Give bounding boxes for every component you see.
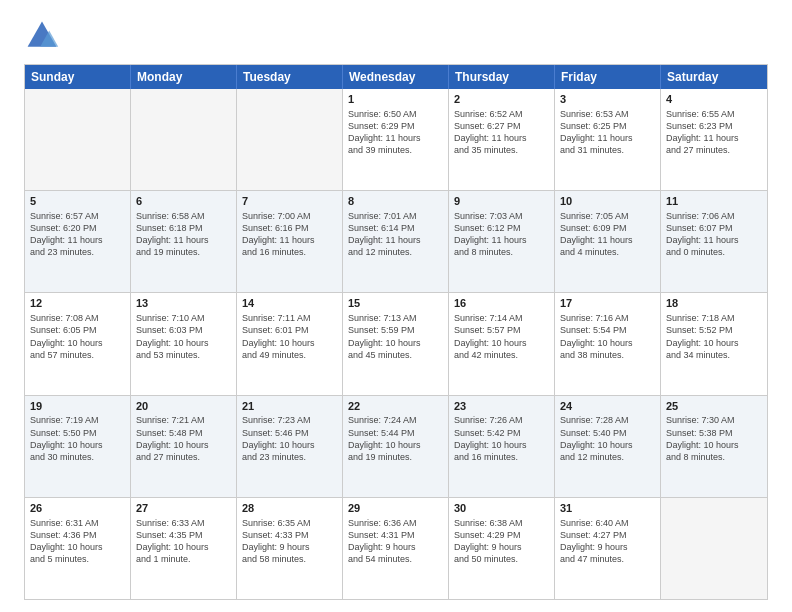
day-info: Sunrise: 6:31 AM Sunset: 4:36 PM Dayligh… xyxy=(30,517,125,566)
day-info: Sunrise: 7:28 AM Sunset: 5:40 PM Dayligh… xyxy=(560,414,655,463)
day-info: Sunrise: 7:00 AM Sunset: 6:16 PM Dayligh… xyxy=(242,210,337,259)
day-info: Sunrise: 7:18 AM Sunset: 5:52 PM Dayligh… xyxy=(666,312,762,361)
day-number: 5 xyxy=(30,194,125,209)
calendar-header: SundayMondayTuesdayWednesdayThursdayFrid… xyxy=(25,65,767,89)
day-info: Sunrise: 6:35 AM Sunset: 4:33 PM Dayligh… xyxy=(242,517,337,566)
day-info: Sunrise: 6:33 AM Sunset: 4:35 PM Dayligh… xyxy=(136,517,231,566)
calendar-cell-2-1: 13Sunrise: 7:10 AM Sunset: 6:03 PM Dayli… xyxy=(131,293,237,394)
calendar-cell-3-5: 24Sunrise: 7:28 AM Sunset: 5:40 PM Dayli… xyxy=(555,396,661,497)
header-day-friday: Friday xyxy=(555,65,661,89)
header-day-thursday: Thursday xyxy=(449,65,555,89)
day-number: 14 xyxy=(242,296,337,311)
day-number: 16 xyxy=(454,296,549,311)
calendar-cell-3-2: 21Sunrise: 7:23 AM Sunset: 5:46 PM Dayli… xyxy=(237,396,343,497)
day-number: 31 xyxy=(560,501,655,516)
calendar-cell-2-3: 15Sunrise: 7:13 AM Sunset: 5:59 PM Dayli… xyxy=(343,293,449,394)
calendar-row-0: 1Sunrise: 6:50 AM Sunset: 6:29 PM Daylig… xyxy=(25,89,767,190)
day-number: 11 xyxy=(666,194,762,209)
day-number: 27 xyxy=(136,501,231,516)
calendar-row-2: 12Sunrise: 7:08 AM Sunset: 6:05 PM Dayli… xyxy=(25,292,767,394)
day-info: Sunrise: 7:01 AM Sunset: 6:14 PM Dayligh… xyxy=(348,210,443,259)
calendar-cell-0-1 xyxy=(131,89,237,190)
calendar-cell-0-6: 4Sunrise: 6:55 AM Sunset: 6:23 PM Daylig… xyxy=(661,89,767,190)
calendar-cell-2-6: 18Sunrise: 7:18 AM Sunset: 5:52 PM Dayli… xyxy=(661,293,767,394)
day-info: Sunrise: 6:50 AM Sunset: 6:29 PM Dayligh… xyxy=(348,108,443,157)
day-info: Sunrise: 7:16 AM Sunset: 5:54 PM Dayligh… xyxy=(560,312,655,361)
day-number: 2 xyxy=(454,92,549,107)
header-day-wednesday: Wednesday xyxy=(343,65,449,89)
day-number: 6 xyxy=(136,194,231,209)
header-day-sunday: Sunday xyxy=(25,65,131,89)
calendar-cell-0-5: 3Sunrise: 6:53 AM Sunset: 6:25 PM Daylig… xyxy=(555,89,661,190)
day-number: 13 xyxy=(136,296,231,311)
day-number: 17 xyxy=(560,296,655,311)
calendar-cell-1-6: 11Sunrise: 7:06 AM Sunset: 6:07 PM Dayli… xyxy=(661,191,767,292)
day-number: 8 xyxy=(348,194,443,209)
calendar-cell-2-5: 17Sunrise: 7:16 AM Sunset: 5:54 PM Dayli… xyxy=(555,293,661,394)
calendar-cell-3-1: 20Sunrise: 7:21 AM Sunset: 5:48 PM Dayli… xyxy=(131,396,237,497)
day-info: Sunrise: 6:55 AM Sunset: 6:23 PM Dayligh… xyxy=(666,108,762,157)
day-number: 30 xyxy=(454,501,549,516)
calendar-cell-1-0: 5Sunrise: 6:57 AM Sunset: 6:20 PM Daylig… xyxy=(25,191,131,292)
calendar-cell-1-1: 6Sunrise: 6:58 AM Sunset: 6:18 PM Daylig… xyxy=(131,191,237,292)
day-info: Sunrise: 7:30 AM Sunset: 5:38 PM Dayligh… xyxy=(666,414,762,463)
day-number: 20 xyxy=(136,399,231,414)
day-number: 21 xyxy=(242,399,337,414)
day-info: Sunrise: 7:24 AM Sunset: 5:44 PM Dayligh… xyxy=(348,414,443,463)
day-info: Sunrise: 6:53 AM Sunset: 6:25 PM Dayligh… xyxy=(560,108,655,157)
calendar-cell-3-6: 25Sunrise: 7:30 AM Sunset: 5:38 PM Dayli… xyxy=(661,396,767,497)
calendar-cell-2-0: 12Sunrise: 7:08 AM Sunset: 6:05 PM Dayli… xyxy=(25,293,131,394)
day-number: 25 xyxy=(666,399,762,414)
calendar-cell-0-3: 1Sunrise: 6:50 AM Sunset: 6:29 PM Daylig… xyxy=(343,89,449,190)
calendar-cell-0-2 xyxy=(237,89,343,190)
day-number: 26 xyxy=(30,501,125,516)
header-day-monday: Monday xyxy=(131,65,237,89)
day-info: Sunrise: 7:21 AM Sunset: 5:48 PM Dayligh… xyxy=(136,414,231,463)
calendar-cell-4-4: 30Sunrise: 6:38 AM Sunset: 4:29 PM Dayli… xyxy=(449,498,555,599)
day-number: 10 xyxy=(560,194,655,209)
day-number: 7 xyxy=(242,194,337,209)
calendar-cell-1-4: 9Sunrise: 7:03 AM Sunset: 6:12 PM Daylig… xyxy=(449,191,555,292)
day-number: 3 xyxy=(560,92,655,107)
page: SundayMondayTuesdayWednesdayThursdayFrid… xyxy=(0,0,792,612)
day-number: 23 xyxy=(454,399,549,414)
calendar-cell-4-3: 29Sunrise: 6:36 AM Sunset: 4:31 PM Dayli… xyxy=(343,498,449,599)
day-number: 18 xyxy=(666,296,762,311)
header-day-tuesday: Tuesday xyxy=(237,65,343,89)
day-info: Sunrise: 6:38 AM Sunset: 4:29 PM Dayligh… xyxy=(454,517,549,566)
day-number: 19 xyxy=(30,399,125,414)
day-info: Sunrise: 6:40 AM Sunset: 4:27 PM Dayligh… xyxy=(560,517,655,566)
calendar-row-1: 5Sunrise: 6:57 AM Sunset: 6:20 PM Daylig… xyxy=(25,190,767,292)
calendar-cell-4-6 xyxy=(661,498,767,599)
calendar: SundayMondayTuesdayWednesdayThursdayFrid… xyxy=(24,64,768,600)
day-info: Sunrise: 7:14 AM Sunset: 5:57 PM Dayligh… xyxy=(454,312,549,361)
day-info: Sunrise: 6:52 AM Sunset: 6:27 PM Dayligh… xyxy=(454,108,549,157)
day-info: Sunrise: 7:06 AM Sunset: 6:07 PM Dayligh… xyxy=(666,210,762,259)
calendar-row-4: 26Sunrise: 6:31 AM Sunset: 4:36 PM Dayli… xyxy=(25,497,767,599)
calendar-cell-4-0: 26Sunrise: 6:31 AM Sunset: 4:36 PM Dayli… xyxy=(25,498,131,599)
day-info: Sunrise: 7:19 AM Sunset: 5:50 PM Dayligh… xyxy=(30,414,125,463)
day-number: 24 xyxy=(560,399,655,414)
calendar-cell-4-5: 31Sunrise: 6:40 AM Sunset: 4:27 PM Dayli… xyxy=(555,498,661,599)
day-info: Sunrise: 6:58 AM Sunset: 6:18 PM Dayligh… xyxy=(136,210,231,259)
calendar-cell-3-0: 19Sunrise: 7:19 AM Sunset: 5:50 PM Dayli… xyxy=(25,396,131,497)
day-number: 28 xyxy=(242,501,337,516)
day-info: Sunrise: 7:03 AM Sunset: 6:12 PM Dayligh… xyxy=(454,210,549,259)
header-day-saturday: Saturday xyxy=(661,65,767,89)
calendar-cell-2-4: 16Sunrise: 7:14 AM Sunset: 5:57 PM Dayli… xyxy=(449,293,555,394)
calendar-cell-1-2: 7Sunrise: 7:00 AM Sunset: 6:16 PM Daylig… xyxy=(237,191,343,292)
calendar-body: 1Sunrise: 6:50 AM Sunset: 6:29 PM Daylig… xyxy=(25,89,767,599)
day-number: 22 xyxy=(348,399,443,414)
calendar-cell-1-5: 10Sunrise: 7:05 AM Sunset: 6:09 PM Dayli… xyxy=(555,191,661,292)
logo xyxy=(24,18,66,54)
calendar-cell-2-2: 14Sunrise: 7:11 AM Sunset: 6:01 PM Dayli… xyxy=(237,293,343,394)
logo-icon xyxy=(24,18,60,54)
calendar-cell-4-2: 28Sunrise: 6:35 AM Sunset: 4:33 PM Dayli… xyxy=(237,498,343,599)
day-info: Sunrise: 6:36 AM Sunset: 4:31 PM Dayligh… xyxy=(348,517,443,566)
calendar-row-3: 19Sunrise: 7:19 AM Sunset: 5:50 PM Dayli… xyxy=(25,395,767,497)
day-info: Sunrise: 6:57 AM Sunset: 6:20 PM Dayligh… xyxy=(30,210,125,259)
day-info: Sunrise: 7:26 AM Sunset: 5:42 PM Dayligh… xyxy=(454,414,549,463)
day-info: Sunrise: 7:11 AM Sunset: 6:01 PM Dayligh… xyxy=(242,312,337,361)
day-info: Sunrise: 7:10 AM Sunset: 6:03 PM Dayligh… xyxy=(136,312,231,361)
calendar-cell-0-4: 2Sunrise: 6:52 AM Sunset: 6:27 PM Daylig… xyxy=(449,89,555,190)
